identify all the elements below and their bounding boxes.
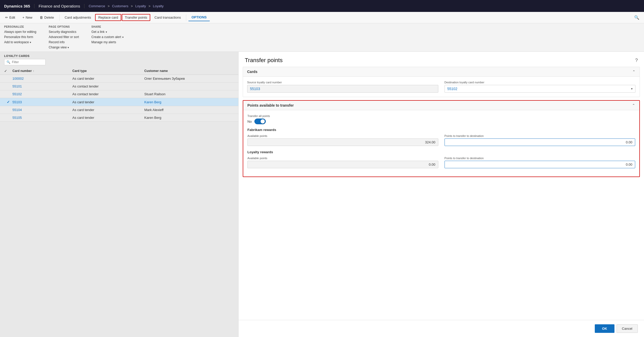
ribbon-group-personalize: PERSONALIZE Always open for editing Pers…	[4, 25, 36, 49]
source-value: 55103	[247, 85, 438, 93]
ok-button[interactable]: OK	[595, 324, 614, 333]
table-row[interactable]: 55101 As contact tender	[0, 83, 238, 90]
row-card-55105[interactable]: 55105	[12, 116, 72, 120]
delete-button[interactable]: 🗑 Delete	[37, 14, 57, 21]
transfer-all-label: Transfer all points	[247, 114, 270, 118]
search-button[interactable]: 🔍	[632, 13, 642, 21]
table-row[interactable]: 55105 As card tender Karen Berg	[0, 114, 238, 122]
loyalty-transfer-input[interactable]	[445, 161, 635, 168]
top-navigation: Dynamics 365 Finance and Operations Comm…	[0, 0, 644, 12]
edit-icon: ✏	[5, 16, 8, 19]
row-customer-100002: Олег Евгеньевич Зубарев	[144, 77, 234, 80]
th-customer-name[interactable]: Customer name	[144, 69, 234, 73]
filter-input-container[interactable]: 🔍	[4, 59, 46, 65]
points-section: Points available to transfer ⌃ Transfer …	[243, 100, 640, 177]
row-card-55101[interactable]: 55101	[12, 84, 72, 88]
ribbon-link-personalize-form[interactable]: Personalize this form	[4, 35, 36, 39]
ribbon-link-change-view[interactable]: Change view ▾	[49, 45, 79, 49]
row-type-55101: As contact tender	[72, 84, 144, 88]
row-card-55103[interactable]: 55103	[12, 100, 72, 104]
edit-button[interactable]: ✏ Edit	[2, 14, 18, 21]
cards-field-row: Source loyalty card number 55103 Destina…	[247, 81, 635, 93]
breadcrumb-commerce[interactable]: Commerce	[89, 4, 105, 8]
fabrikam-rewards-row: Available points 324.00 Points to transf…	[247, 134, 635, 146]
new-button[interactable]: + New	[19, 14, 35, 21]
delete-icon: 🗑	[40, 16, 43, 19]
source-label: Source loyalty card number	[247, 81, 438, 84]
ribbon-link-custom-alert[interactable]: Create a custom alert ▾	[91, 35, 124, 39]
ribbon-link-manage-alerts[interactable]: Manage my alerts	[91, 40, 124, 44]
panel-header: Transfer points ?	[239, 52, 644, 67]
row-type-55103: As card tender	[72, 100, 144, 104]
data-table: 100002 As card tender Олег Евгеньевич Зу…	[0, 75, 238, 337]
ribbon-page-options-items: Security diagnostics Advanced filter or …	[49, 30, 79, 49]
th-card-type[interactable]: Card type	[72, 69, 144, 73]
chevron-icon: ▾	[30, 41, 31, 44]
loyalty-available-field: Available points 0.00	[247, 157, 438, 168]
filter-search-icon: 🔍	[6, 60, 10, 64]
fabrikam-transfer-label: Points to transfer to destination	[445, 134, 635, 137]
breadcrumb-loyalty2[interactable]: Loyalty	[153, 4, 163, 8]
toggle-knob	[261, 119, 265, 123]
ribbon-link-get-link[interactable]: Get a link ▾	[91, 30, 124, 34]
table-row[interactable]: 100002 As card tender Олег Евгеньевич Зу…	[0, 75, 238, 83]
dest-select[interactable]: 55102 ▾	[445, 85, 636, 93]
right-panel: Transfer points ? Cards ⌃ Source loyalty…	[238, 52, 644, 337]
row-checkbox-55103[interactable]: ✓	[4, 100, 12, 104]
breadcrumb-loyalty[interactable]: Loyalty	[135, 4, 146, 8]
transfer-all-toggle[interactable]	[254, 119, 266, 124]
table-row-selected[interactable]: ✓ 55103 As card tender Karen Berg	[0, 98, 238, 106]
options-button[interactable]: OPTIONS	[188, 14, 210, 21]
command-bar: ✏ Edit + New 🗑 Delete Card adjustments R…	[0, 12, 644, 23]
breadcrumb-customers[interactable]: Customers	[112, 4, 128, 8]
ribbon-link-record-info[interactable]: Record info	[49, 40, 79, 44]
ribbon-link-advanced-filter[interactable]: Advanced filter or sort	[49, 35, 79, 39]
table-row[interactable]: 55102 As contact tender Stuart Railson	[0, 90, 238, 98]
loyalty-transfer-field: Points to transfer to destination	[445, 157, 635, 168]
chevron-icon2: ▾	[68, 46, 69, 49]
card-adjustments-button[interactable]: Card adjustments	[62, 14, 94, 21]
cards-section-body: Source loyalty card number 55103 Destina…	[243, 77, 640, 97]
source-card-field: Source loyalty card number 55103	[247, 81, 438, 93]
dest-card-field: Destination loyalty card number 55102 ▾	[445, 81, 636, 93]
cards-section-header[interactable]: Cards ⌃	[243, 67, 640, 77]
card-transactions-button[interactable]: Card transactions	[151, 14, 184, 21]
row-card-55104[interactable]: 55104	[12, 108, 72, 112]
brand-dynamics365: Dynamics 365	[4, 4, 34, 8]
ribbon-link-always-open[interactable]: Always open for editing	[4, 30, 36, 34]
breadcrumb: Commerce > Customers > Loyalty > Loyalty	[89, 4, 163, 8]
row-customer-55103: Karen Berg	[144, 100, 234, 104]
loyalty-rewards-title: Loyalty rewards	[247, 150, 635, 154]
fabrikam-transfer-input[interactable]	[445, 138, 635, 146]
table-header: ✓ Card number ↑ Card type Customer name	[0, 67, 238, 75]
help-icon[interactable]: ?	[635, 58, 638, 63]
chevron-icon3: ▾	[106, 31, 107, 33]
filter-input[interactable]	[12, 60, 43, 64]
ribbon-group-page-options: PAGE OPTIONS Security diagnostics Advanc…	[49, 25, 79, 49]
fabrikam-transfer-field: Points to transfer to destination	[445, 134, 635, 146]
fabrikam-rewards-title: Fabrikam rewards	[247, 128, 635, 132]
th-card-number[interactable]: Card number ↑	[12, 69, 72, 73]
dest-label: Destination loyalty card number	[445, 81, 636, 84]
row-customer-55105: Karen Berg	[144, 116, 234, 120]
row-customer-55102: Stuart Railson	[144, 92, 234, 96]
ribbon-link-add-workspace[interactable]: Add to workspace ▾	[4, 40, 36, 44]
row-customer-55104: Mark Alexieff	[144, 108, 234, 112]
row-card-100002[interactable]: 100002	[12, 77, 72, 80]
cancel-button[interactable]: Cancel	[617, 324, 638, 333]
loyalty-available-value: 0.00	[247, 161, 438, 168]
left-panel: LOYALTY CARDS 🔍 ✓ Card number ↑ Card typ…	[0, 52, 238, 337]
fabrikam-available-field: Available points 324.00	[247, 134, 438, 146]
dropdown-arrow-icon: ▾	[631, 87, 633, 91]
ribbon-group-title-personalize: PERSONALIZE	[4, 25, 36, 28]
transfer-all-group: Transfer all points No	[247, 114, 270, 124]
row-card-55102[interactable]: 55102	[12, 92, 72, 96]
ribbon-link-security-diagnostics[interactable]: Security diagnostics	[49, 30, 79, 34]
row-type-55102: As contact tender	[72, 92, 144, 96]
points-section-header[interactable]: Points available to transfer ⌃	[243, 101, 639, 110]
replace-card-button[interactable]: Replace card	[95, 14, 121, 21]
cards-section-title: Cards	[247, 70, 257, 74]
transfer-points-button[interactable]: Transfer points	[122, 14, 150, 21]
table-row[interactable]: 55104 As card tender Mark Alexieff	[0, 106, 238, 114]
ribbon-group-share: SHARE Get a link ▾ Create a custom alert…	[91, 25, 124, 49]
